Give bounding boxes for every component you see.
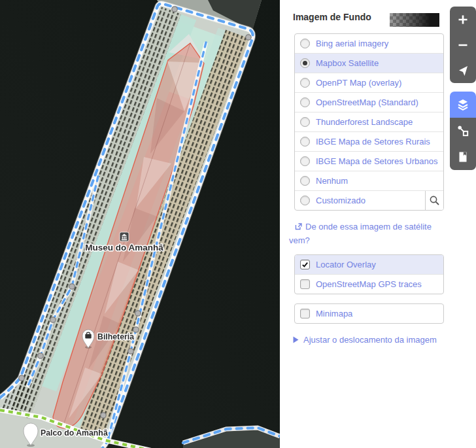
zoom-controls xyxy=(450,7,476,83)
adjust-imagery-offset-text: Ajustar o deslocamento da imagem xyxy=(303,335,437,345)
layer-label: IBGE Mapa de Setores Rurais xyxy=(316,137,430,146)
radio-icon[interactable] xyxy=(300,78,310,88)
minimap-toggle[interactable]: Minimapa xyxy=(295,304,443,323)
layer-label: Customizado xyxy=(316,196,366,205)
checkbox-icon[interactable] xyxy=(300,279,310,289)
overlay-option-locator[interactable]: Locator Overlay xyxy=(295,255,443,274)
geolocate-button[interactable] xyxy=(450,58,476,83)
zoom-out-button[interactable] xyxy=(450,32,476,58)
background-settings-button[interactable] xyxy=(450,92,476,118)
panel-controls xyxy=(450,92,476,170)
disclosure-triangle-icon xyxy=(293,336,299,343)
map-data-icon xyxy=(456,124,469,137)
layer-option-openpt[interactable]: OpenPT Map (overlay) xyxy=(295,73,443,92)
checkbox-checked-icon[interactable] xyxy=(300,260,310,269)
layer-option-osm-standard[interactable]: OpenStreetMap (Standard) xyxy=(295,92,443,112)
palco-label: Palco do Amanhã xyxy=(41,428,108,438)
layer-label: OpenPT Map (overlay) xyxy=(316,78,401,88)
layer-option-ibge-rurais[interactable]: IBGE Mapa de Setores Rurais xyxy=(295,131,443,151)
search-icon xyxy=(429,195,440,206)
adjust-imagery-offset-link[interactable]: Ajustar o deslocamento da imagem xyxy=(293,335,476,345)
zoom-in-button[interactable] xyxy=(450,7,476,32)
overlay-label: Locator Overlay xyxy=(316,260,376,269)
layer-label: Thunderforest Landscape xyxy=(316,117,413,127)
radio-icon[interactable] xyxy=(300,137,310,146)
museum-label: Museu do Amanhã xyxy=(85,243,163,252)
minimap-box: Minimapa xyxy=(294,303,444,324)
zoom-in-icon xyxy=(456,13,469,26)
overlay-label: OpenStreetMap GPS traces xyxy=(316,279,422,289)
geolocate-icon xyxy=(456,64,469,77)
radio-checked-icon[interactable] xyxy=(300,58,310,68)
radio-icon[interactable] xyxy=(300,97,310,107)
radio-icon[interactable] xyxy=(300,196,310,205)
opacity-slider[interactable] xyxy=(390,13,439,27)
radio-icon[interactable] xyxy=(300,117,310,127)
layer-label: Nenhum xyxy=(316,176,348,186)
radio-icon[interactable] xyxy=(300,39,310,48)
minimap-label: Minimapa xyxy=(316,309,352,319)
map-svg: Museu do Amanhã Bilheteria Palco do Aman… xyxy=(0,0,280,448)
layer-label: IBGE Mapa de Setores Urbanos xyxy=(316,156,437,166)
external-link-icon xyxy=(294,222,303,234)
layer-option-bing[interactable]: Bing aerial imagery xyxy=(295,34,443,53)
layer-list: Bing aerial imagery Mapbox Satellite Ope… xyxy=(294,33,444,211)
overlay-option-gps-traces[interactable]: OpenStreetMap GPS traces xyxy=(295,274,443,294)
layer-label: OpenStreetMap (Standard) xyxy=(316,97,418,107)
custom-layer-search-button[interactable] xyxy=(425,191,443,210)
bilheteria-label: Bilheteria xyxy=(97,332,134,341)
map-canvas[interactable]: Museu do Amanhã Bilheteria Palco do Aman… xyxy=(0,0,280,448)
layer-option-thunderforest[interactable]: Thunderforest Landscape xyxy=(295,112,443,131)
layer-label: Bing aerial imagery xyxy=(316,39,388,48)
imagery-source-link[interactable]: De onde essa imagem de satélite vem? xyxy=(289,220,442,247)
radio-icon[interactable] xyxy=(300,176,310,186)
panel-title: Imagem de Fundo xyxy=(293,12,476,22)
help-button[interactable] xyxy=(450,144,476,170)
zoom-out-icon xyxy=(456,39,469,52)
overlay-list: Locator Overlay OpenStreetMap GPS traces xyxy=(294,254,444,294)
layer-option-custom[interactable]: Customizado xyxy=(295,190,443,210)
radio-icon[interactable] xyxy=(300,156,310,166)
check-icon xyxy=(301,261,309,268)
checkbox-icon[interactable] xyxy=(300,309,310,319)
layer-option-none[interactable]: Nenhum xyxy=(295,171,443,190)
layers-icon xyxy=(456,98,469,111)
layer-option-ibge-urbanos[interactable]: IBGE Mapa de Setores Urbanos xyxy=(295,151,443,171)
map-data-button[interactable] xyxy=(450,118,476,144)
imagery-source-link-text: De onde essa imagem de satélite vem? xyxy=(289,222,432,245)
layer-label: Mapbox Satellite xyxy=(316,58,379,68)
help-icon xyxy=(456,150,469,164)
background-panel: Imagem de Fundo Bing aerial imagery Mapb… xyxy=(280,0,476,448)
layer-option-mapbox-satellite[interactable]: Mapbox Satellite xyxy=(295,53,443,73)
